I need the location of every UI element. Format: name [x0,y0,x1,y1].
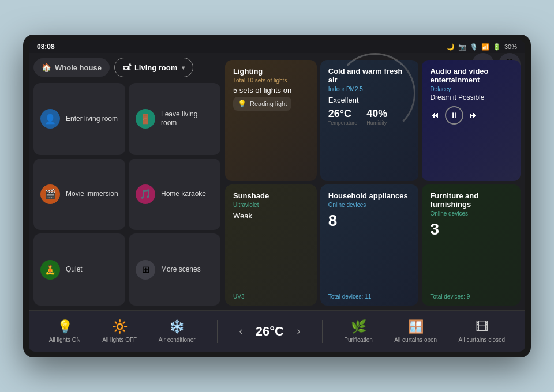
scene-card-leave-living[interactable]: 🚪 Leave living room [129,83,220,155]
battery-percent: 30% [504,43,517,50]
all-lights-off-label: All lights OFF [102,337,137,344]
lighting-subtitle: Total 10 sets of lights [233,77,309,84]
scene-card-quiet[interactable]: 🧘 Quiet [33,233,125,306]
more-scenes-icon: ⊞ [136,260,155,280]
scene-label-enter-living: Enter living room [66,115,118,124]
lighting-value: 5 sets of lights on [233,86,309,95]
all-lights-on-label: All lights ON [49,337,81,344]
quiet-icon: 🧘 [40,260,60,280]
all-lights-off-button[interactable]: 🔆 All lights OFF [102,319,137,344]
appliances-subtitle: Online devices [328,202,411,208]
audio-title: Audio and video entertainment [430,67,512,84]
temp-decrease-button[interactable]: ‹ [239,325,242,337]
status-icons: 🌙 📷 🎙️ 📶 🔋 30% [447,43,517,51]
bulb-icon: 💡 [238,100,246,108]
mic-icon: 🎙️ [470,43,478,51]
purification-button[interactable]: 🌿 Purification [344,319,372,344]
temperature-label: Temperature [328,120,358,126]
room-tabs: 🏠 Whole house 🛋 Living room ▾ [33,58,220,77]
curtains-open-label: All curtains open [394,337,437,344]
divider-left [217,320,218,343]
temperature-display: 26°C [249,324,290,339]
sofa-icon: 🛋 [123,63,131,72]
curtains-closed-button[interactable]: 🎞 All curtains closed [459,319,506,344]
temperature-value: 26°C [328,108,358,120]
scene-label-movie: Movie immersion [66,190,118,199]
divider-right [322,320,323,343]
humidity-label: Humidity [366,120,387,126]
temp-increase-button[interactable]: › [297,325,300,337]
moon-icon: 🌙 [447,43,455,51]
next-track-button[interactable]: ⏭ [469,110,478,120]
curtains-open-icon: 🪟 [408,319,424,334]
humidity-value: 40% [366,108,387,120]
furniture-title: Furniture and furnishings [430,191,512,209]
main-area: 🏠 Whole house 🛋 Living room ▾ 👤 Enter li… [29,53,525,310]
scene-label-leave-living: Leave living room [161,110,214,128]
reading-light-indicator: 💡 Reading light [233,97,291,111]
scene-label-more: More scenes [161,265,201,274]
scene-card-enter-living[interactable]: 👤 Enter living room [33,83,125,155]
curtains-closed-icon: 🎞 [476,319,488,334]
fresh-air-card[interactable]: Cold and warm fresh air Indoor PM2.5 Exc… [320,60,419,181]
status-time: 08:08 [37,43,55,51]
fresh-air-subtitle: Indoor PM2.5 [328,86,411,92]
appliances-total: Total devices: 11 [328,293,372,300]
screen: 08:08 🌙 📷 🎙️ 📶 🔋 30% 🏠 Whole house [29,40,525,352]
ac-icon: ❄️ [169,319,185,334]
curtains-closed-label: All curtains closed [459,337,506,344]
prev-track-button[interactable]: ⏮ [430,110,439,120]
bottom-cards-row: Sunshade Ultraviolet Weak UV3 Household … [225,184,521,306]
audio-track: Dream it Possible [430,93,512,101]
device-frame: 08:08 🌙 📷 🎙️ 📶 🔋 30% 🏠 Whole house [23,35,531,357]
camera-icon: 📷 [458,43,466,51]
furniture-card[interactable]: Furniture and furnishings Online devices… [422,184,521,306]
all-lights-on-button[interactable]: 💡 All lights ON [49,319,81,344]
furniture-total: Total devices: 9 [430,293,470,300]
karaoke-icon: 🎵 [136,184,155,204]
leave-living-icon: 🚪 [136,109,155,129]
lights-off-icon: 🔆 [112,319,128,334]
audio-card[interactable]: Audio and video entertainment Delacey Dr… [422,60,521,181]
scene-label-quiet: Quiet [66,265,83,274]
status-bar: 08:08 🌙 📷 🎙️ 📶 🔋 30% [29,40,525,53]
temperature-control: ‹ 26°C › [239,324,300,339]
lights-on-icon: 💡 [57,319,73,334]
sidebar: 🏠 Whole house 🛋 Living room ▾ 👤 Enter li… [29,53,225,310]
lighting-title: Lighting [233,67,309,76]
scene-card-movie[interactable]: 🎬 Movie immersion [33,159,125,231]
appliances-count: 8 [328,212,411,230]
movie-icon: 🎬 [40,184,60,204]
temperature-item: 26°C Temperature [328,108,358,126]
curtains-open-button[interactable]: 🪟 All curtains open [394,319,437,344]
battery-icon: 🔋 [493,43,501,51]
sunshade-card[interactable]: Sunshade Ultraviolet Weak UV3 [225,184,317,306]
temp-humidity-row: 26°C Temperature 40% Humidity [328,108,411,126]
sunshade-value: Weak [233,212,309,220]
appliances-card[interactable]: Household appliances Online devices 8 To… [320,184,419,306]
air-conditioner-button[interactable]: ❄️ Air conditioner [159,319,196,344]
furniture-subtitle: Online devices [430,210,512,217]
fresh-air-quality: Excellent [328,96,411,104]
appliances-title: Household appliances [328,191,411,200]
pause-button[interactable]: ⏸ [445,106,463,125]
house-icon: 🏠 [42,63,51,72]
audio-artist: Delacey [430,86,512,92]
scene-grid: 👤 Enter living room 🚪 Leave living room … [33,83,220,306]
reading-light-label: Reading light [250,100,287,107]
whole-house-tab[interactable]: 🏠 Whole house [33,58,110,77]
living-room-tab[interactable]: 🛋 Living room ▾ [114,58,193,77]
sunshade-title: Sunshade [233,191,309,200]
lighting-card[interactable]: Lighting Total 10 sets of lights 5 sets … [225,60,317,181]
scene-card-karaoke[interactable]: 🎵 Home karaoke [129,159,220,231]
living-room-label: Living room [134,63,177,72]
audio-controls: ⏮ ⏸ ⏭ [430,106,512,125]
humidity-item: 40% Humidity [366,108,387,126]
scene-label-karaoke: Home karaoke [161,190,206,199]
purification-icon: 🌿 [351,319,366,334]
wifi-icon: 📶 [481,43,489,51]
sunshade-subtitle: Ultraviolet [233,202,309,208]
scene-card-more[interactable]: ⊞ More scenes [129,233,220,306]
whole-house-label: Whole house [55,63,102,72]
bottom-bar: 💡 All lights ON 🔆 All lights OFF ❄️ Air … [29,310,525,352]
